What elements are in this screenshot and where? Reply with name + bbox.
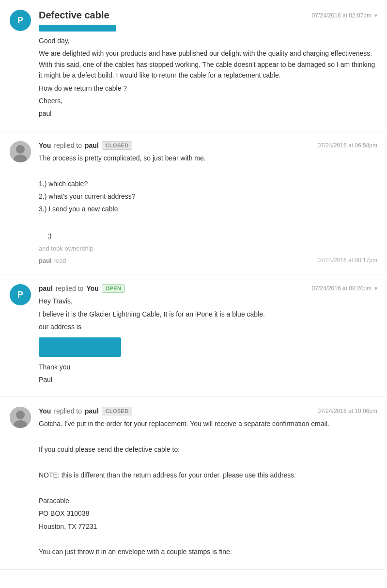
dropdown-arrow-1[interactable]: ▾ xyxy=(374,12,377,19)
message-body-4: Gotcha. I've put in the order for your r… xyxy=(39,418,377,557)
avatar-customer-1: P xyxy=(10,10,31,31)
avatar-agent-4 xyxy=(10,407,31,428)
status-badge-4: CLOSED xyxy=(102,407,133,415)
message-body-3: Hey Travis, I believe it is the Glacier … xyxy=(39,296,377,385)
message-content-3: paul replied to You OPEN 07/24/2016 at 0… xyxy=(39,284,377,387)
message-title: Defective cable xyxy=(39,10,109,21)
avatar-customer-3: P xyxy=(10,284,31,305)
body-line: Paul xyxy=(39,374,377,385)
body-line xyxy=(39,534,377,544)
message-item-3: P paul replied to You OPEN 07/24/2016 at… xyxy=(0,274,387,397)
timestamp-1: 07/24/2016 at 02:07pm xyxy=(312,12,372,19)
redacted-bar-wide-3 xyxy=(39,337,121,357)
author-line-3: paul replied to You OPEN xyxy=(39,284,125,293)
message-thread: P Defective cable 07/24/2016 at 02:07pm … xyxy=(0,0,387,570)
message-content-4: You replied to paul CLOSED 07/24/2016 at… xyxy=(39,407,377,559)
body-line: Paracable xyxy=(39,495,377,506)
recipient-2: paul xyxy=(85,142,99,149)
body-line: our address is xyxy=(39,321,377,332)
body-line xyxy=(39,431,377,442)
message-header-2: You replied to paul CLOSED 07/24/2016 at… xyxy=(39,141,377,150)
body-line: You can just throw it in an envelope wit… xyxy=(39,546,377,557)
body-line: paul xyxy=(39,108,377,119)
body-line xyxy=(39,217,377,227)
message-content-1: Defective cable 07/24/2016 at 02:07pm ▾ … xyxy=(39,10,377,121)
message-header-4: You replied to paul CLOSED 07/24/2016 at… xyxy=(39,407,377,415)
message-header-3: paul replied to You OPEN 07/24/2016 at 0… xyxy=(39,284,377,293)
body-line: 1.) which cable? xyxy=(39,178,377,189)
timestamp-4: 07/24/2016 at 10:06pm xyxy=(318,408,377,414)
body-line: If you could please send the defective c… xyxy=(39,444,377,455)
body-line: NOTE: this is different than the return … xyxy=(39,470,377,480)
action-text-3: replied to xyxy=(56,285,84,292)
author-paul-3: paul xyxy=(39,285,53,292)
author-you-4: You xyxy=(39,407,51,415)
message-body-1: Good day, We are delighted with your pro… xyxy=(39,35,377,119)
body-line xyxy=(39,457,377,468)
message-item-1: P Defective cable 07/24/2016 at 02:07pm … xyxy=(0,0,387,131)
body-line: How do we return the cable ? xyxy=(39,83,377,94)
body-emoji: ;) xyxy=(39,230,377,241)
header-right-1: 07/24/2016 at 02:07pm ▾ xyxy=(312,12,377,19)
body-line: Cheers, xyxy=(39,95,377,106)
author-line-4: You replied to paul CLOSED xyxy=(39,407,132,415)
body-line xyxy=(39,165,377,176)
body-line: Houston, TX 77231 xyxy=(39,521,377,532)
author-line-2: You replied to paul CLOSED xyxy=(39,141,132,150)
author-you-2: You xyxy=(39,142,51,149)
body-line: Gotcha. I've put in the order for your r… xyxy=(39,418,377,429)
footer-author-2: paul xyxy=(39,257,52,264)
body-line xyxy=(39,482,377,493)
redacted-bar-1 xyxy=(39,25,116,32)
svg-point-1 xyxy=(16,145,25,154)
body-line: 3.) I send you a new cable. xyxy=(39,204,377,214)
avatar-agent-2 xyxy=(10,141,31,162)
recipient-3: You xyxy=(86,285,98,292)
body-line: We are delighted with your products and … xyxy=(39,48,377,80)
svg-point-4 xyxy=(16,411,25,419)
timestamp-2: 07/24/2016 at 06:58pm xyxy=(318,142,377,149)
message-content-2: You replied to paul CLOSED 07/24/2016 at… xyxy=(39,141,377,265)
body-line: Good day, xyxy=(39,35,377,46)
message-footer-2: paul read 07/24/2016 at 08:17pm xyxy=(39,257,377,264)
body-line: PO BOX 310038 xyxy=(39,508,377,519)
status-badge-3: OPEN xyxy=(102,284,125,293)
header-right-2: 07/24/2016 at 06:58pm xyxy=(318,142,377,149)
header-right-4: 07/24/2016 at 10:06pm xyxy=(318,408,377,414)
message-item-4: You replied to paul CLOSED 07/24/2016 at… xyxy=(0,397,387,569)
action-text-2: replied to xyxy=(54,142,82,149)
footer-timestamp-2: 07/24/2016 at 08:17pm xyxy=(318,257,377,264)
body-line: Hey Travis, xyxy=(39,296,377,306)
message-body-2: The process is pretty complicated, so ju… xyxy=(39,153,377,241)
body-line: Thank you xyxy=(39,362,377,372)
message-item-2: You replied to paul CLOSED 07/24/2016 at… xyxy=(0,131,387,275)
timestamp-3: 07/24/2016 at 08:20pm xyxy=(312,285,372,292)
footer-action-2: read xyxy=(53,257,66,264)
took-ownership-note: and took ownership xyxy=(39,245,377,252)
recipient-4: paul xyxy=(85,407,99,415)
body-line: I believe it is the Glacier Lightning Ca… xyxy=(39,309,377,319)
body-line: The process is pretty complicated, so ju… xyxy=(39,153,377,163)
message-header-1: Defective cable 07/24/2016 at 02:07pm ▾ xyxy=(39,10,377,21)
dropdown-arrow-3[interactable]: ▾ xyxy=(374,285,377,292)
status-badge-2: CLOSED xyxy=(102,141,133,150)
action-text-4: replied to xyxy=(54,407,82,415)
header-right-3: 07/24/2016 at 08:20pm ▾ xyxy=(312,285,377,292)
body-line: 2.) what's your current address? xyxy=(39,191,377,202)
